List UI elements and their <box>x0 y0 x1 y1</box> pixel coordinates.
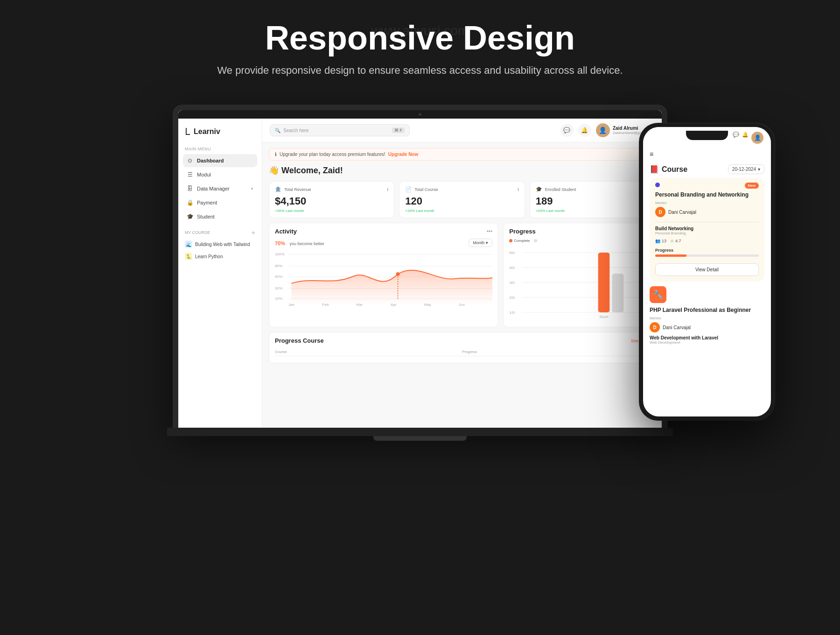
logo: ꓡ Learniv <box>183 126 257 137</box>
course-item-tailwind[interactable]: 🌊 Building Web with Tailwind <box>183 238 257 250</box>
legend-other-dot <box>534 239 537 242</box>
sidebar-item-student[interactable]: 🎓 Student <box>183 210 257 223</box>
stat-header-revenue: 🏦 Total Revenue ℹ <box>275 186 388 192</box>
legend-other <box>534 239 537 243</box>
charts-row: Activity ••• 70% you become better <box>269 223 655 327</box>
progress-course-header: Progress Course See more <box>275 337 649 344</box>
logo-icon: ꓡ <box>185 126 190 137</box>
progress-card-header: Progress <box>509 228 649 235</box>
laptop-screen: ꓡ Learniv Main Menu ⊙ Dashboard ☰ Modul <box>178 110 662 428</box>
dashboard-icon: ⊙ <box>187 157 193 164</box>
svg-text:Sun: Sun <box>600 314 609 318</box>
table-header: Course Progress <box>275 348 649 356</box>
svg-text:80%: 80% <box>275 264 282 268</box>
svg-text:Jun: Jun <box>459 303 465 307</box>
sidebar-item-datamanager[interactable]: 🗄 Data Manager ▾ <box>183 182 257 195</box>
progress-section: Progress <box>650 246 764 261</box>
logo-text: Learniv <box>194 127 220 136</box>
python-course-label: Learn Python <box>195 254 223 259</box>
svg-text:10%: 10% <box>275 296 282 301</box>
stat-label-revenue: Total Revenue <box>284 187 311 192</box>
device-showcase: ꓡ Learniv Main Menu ⊙ Dashboard ☰ Modul <box>93 105 747 441</box>
sidebar-item-dashboard[interactable]: ⊙ Dashboard <box>183 154 257 167</box>
view-detail-button[interactable]: View Detail <box>655 263 759 276</box>
search-input: Search here <box>283 128 308 133</box>
avatar: 👤 <box>596 123 610 137</box>
page-subtitle: We provide responsive design to ensure s… <box>217 64 623 77</box>
bottom-row: Progress Course See more Course Progress <box>269 332 655 363</box>
course-icon-stat: 📄 <box>405 186 412 192</box>
page-header: www.anyusj.com Responsive Design We prov… <box>217 19 623 77</box>
course-card-top: New <box>650 178 764 191</box>
stat-change-course: +20% Last month <box>405 209 518 213</box>
sidebar-item-payment[interactable]: 🔒 Payment <box>183 196 257 209</box>
chevron-down-icon: ▾ <box>251 186 253 191</box>
phone-date-button[interactable]: 20-12-2024 ▾ <box>728 164 764 174</box>
bell-status-icon: 🔔 <box>742 132 749 144</box>
php-mentor-avatar: D <box>650 322 660 332</box>
progress-bar-bg <box>655 254 759 257</box>
student-icon: 🎓 <box>187 213 193 220</box>
mentor-avatar-dani: D <box>655 207 665 217</box>
sidebar-dashboard-label: Dashboard <box>197 158 224 163</box>
phone-section-title: 📕 Course <box>650 165 687 174</box>
notification-button[interactable]: 🔔 <box>578 124 591 137</box>
legend-complete-dot <box>509 239 512 242</box>
phone-avatar: 👤 <box>751 132 763 144</box>
phone: 💬 🔔 👤 ≡ 📕 Course <box>639 123 775 420</box>
stat-value-course: 120 <box>405 195 518 207</box>
svg-text:30%: 30% <box>275 286 282 290</box>
add-course-button[interactable]: + <box>252 229 255 236</box>
message-button[interactable]: 💬 <box>560 124 574 137</box>
page-title: Responsive Design <box>217 19 623 57</box>
activity-meta: 70% you become better Month ▾ <box>275 239 492 247</box>
th-course: Course <box>275 350 462 354</box>
sidebar-student-label: Student <box>197 214 215 219</box>
datamanager-icon: 🗄 <box>187 185 193 192</box>
activity-card: Activity ••• 70% you become better <box>269 223 498 327</box>
sidebar-item-modul[interactable]: ☰ Modul <box>183 168 257 181</box>
svg-text:30: 30 <box>509 280 515 284</box>
phone-notch <box>686 131 728 140</box>
progress-bar-fill <box>655 254 686 257</box>
sidebar: ꓡ Learniv Main Menu ⊙ Dashboard ☰ Modul <box>178 119 262 428</box>
laptop-base <box>167 428 673 436</box>
camera-bar <box>178 110 662 119</box>
stat-header-course: 📄 Total Course ℹ <box>405 186 518 192</box>
progress-legend: Complete <box>509 239 649 243</box>
search-bar[interactable]: 🔍 Search here ⌘ F <box>270 124 410 136</box>
activity-percent: 70% <box>275 240 285 246</box>
activity-menu-icon[interactable]: ••• <box>487 228 493 235</box>
activity-title: Activity <box>275 228 297 235</box>
course-card-title-branding: Personal Branding and Networking <box>650 191 764 201</box>
progress-card: Progress Complete <box>503 223 655 327</box>
phone-content: 📕 Course 20-12-2024 ▾ New <box>643 162 771 416</box>
course-stats-row: 👥 13 ☆ 4.7 <box>650 237 764 246</box>
camera <box>419 113 421 116</box>
sidebar-main-menu-label: Main Menu <box>185 147 257 151</box>
svg-text:60%: 60% <box>275 275 282 279</box>
month-select-label: Month <box>473 240 484 245</box>
month-select[interactable]: Month ▾ <box>469 239 492 247</box>
legend-complete-label: Complete <box>514 239 530 243</box>
hamburger-icon[interactable]: ≡ <box>650 150 653 158</box>
search-icon: 🔍 <box>275 128 280 133</box>
legend-complete: Complete <box>509 239 530 243</box>
course-card-branding: New Personal Branding and Networking Men… <box>650 178 764 282</box>
sidebar-datamanager-label: Data Manager <box>197 186 230 191</box>
upgrade-now-link[interactable]: Upgrade Now <box>388 152 418 157</box>
laptop-stand <box>373 436 467 441</box>
course-item-python[interactable]: 🐍 Learn Python <box>183 250 257 262</box>
svg-text:Jan: Jan <box>288 303 294 307</box>
progress-title: Progress <box>509 228 535 235</box>
sidebar-payment-label: Payment <box>197 200 217 205</box>
stat-card-course: 📄 Total Course ℹ 120 +20% Last month <box>399 181 525 218</box>
svg-text:Apr: Apr <box>391 303 397 307</box>
mentor-row-branding: D Dani Carvajal <box>650 207 764 220</box>
phone-top-area: 💬 🔔 👤 <box>643 127 771 147</box>
welcome-text: 👋 Welcome, Zaid! <box>269 165 655 176</box>
topbar: 🔍 Search here ⌘ F 💬 🔔 👤 Zaid <box>262 119 662 142</box>
student-icon-stat: 🎓 <box>536 186 542 192</box>
svg-text:20: 20 <box>509 295 515 299</box>
phone-header: ≡ <box>643 147 771 162</box>
